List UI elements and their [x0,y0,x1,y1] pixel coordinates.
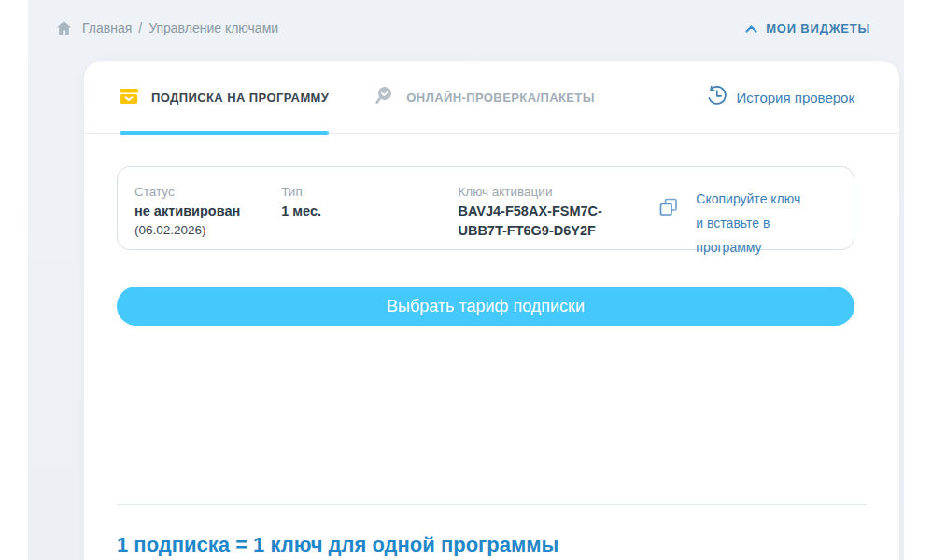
copy-icon [657,196,680,222]
copy-key-hint-line1: Скопируйте ключ [696,187,835,211]
tab-subscription[interactable]: ПОДПИСКА НА ПРОГРАММУ [120,61,329,134]
section-heading: 1 подписка = 1 ключ для одной программы [117,533,899,557]
type-value: 1 мес. [281,202,458,221]
type-column: Тип 1 мес. [281,183,458,221]
copy-key-button[interactable] [657,196,680,222]
status-value: не активирован [134,202,281,221]
choose-tariff-button[interactable]: Выбрать тариф подписки [117,287,854,326]
subscription-main-card: ПОДПИСКА НА ПРОГРАММУ ОНЛАЙН-ПРОВЕРКА/ПА… [84,61,899,560]
breadcrumb-current: Управление ключами [148,21,278,35]
chevron-up-icon [745,21,757,35]
page-panel: Главная / Управление ключами МОИ ВИДЖЕТЫ [28,0,904,560]
activation-key-column: Ключ активации BAVJ4-F58AX-FSM7C-UBB7T-F… [458,183,644,241]
activation-key-label: Ключ активации [458,183,644,202]
copy-key-hint-line2: и вставьте в программу [696,211,835,259]
history-clock-icon [706,85,727,109]
my-widgets-label: МОИ ВИДЖЕТЫ [766,21,870,35]
breadcrumb-separator: / [138,21,142,35]
subscription-info-card: Статус не активирован (06.02.2026) Тип 1… [117,166,854,250]
tab-subscription-label: ПОДПИСКА НА ПРОГРАММУ [151,91,329,105]
topbar: Главная / Управление ключами МОИ ВИДЖЕТЫ [28,0,904,35]
my-widgets-toggle[interactable]: МОИ ВИДЖЕТЫ [745,21,870,35]
activation-key-value: BAVJ4-F58AX-FSM7C-UBB7T-FT6G9-D6Y2F [458,202,644,241]
section-divider [117,504,867,505]
status-label: Статус [134,183,281,202]
tabs-row: ПОДПИСКА НА ПРОГРАММУ ОНЛАЙН-ПРОВЕРКА/ПА… [84,61,899,134]
search-check-icon [374,86,393,108]
status-date: (06.02.2026) [134,221,281,240]
tab-online-check-label: ОНЛАЙН-ПРОВЕРКА/ПАКЕТЫ [406,91,595,105]
home-icon[interactable] [56,21,72,35]
breadcrumb-home-link[interactable]: Главная [82,21,132,35]
history-link[interactable]: История проверок [706,85,854,109]
breadcrumb: Главная / Управление ключами [56,21,278,35]
history-link-label: История проверок [736,90,854,105]
subscription-box-icon [120,89,138,106]
tab-online-check[interactable]: ОНЛАЙН-ПРОВЕРКА/ПАКЕТЫ [374,61,595,134]
copy-key-hint[interactable]: Скопируйте ключ и вставьте в программу [696,187,835,259]
status-column: Статус не активирован (06.02.2026) [134,183,281,240]
type-label: Тип [281,183,458,202]
